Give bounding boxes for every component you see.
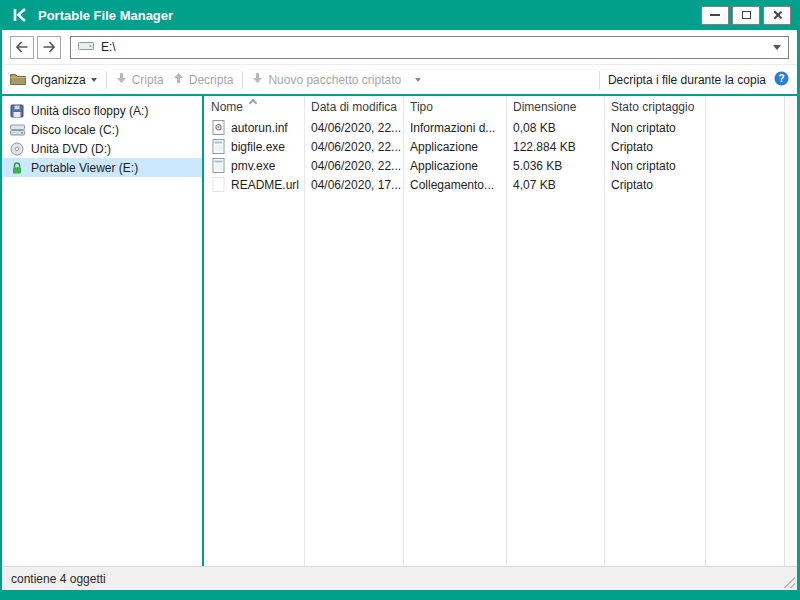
file-size: 122.884 KB (506, 140, 604, 154)
info-icon[interactable]: ? (774, 71, 789, 89)
window: Portable File Manager E:\ (0, 0, 800, 600)
column-header-size[interactable]: Dimensione (506, 100, 604, 114)
file-name-cell: bigfile.exe (204, 139, 304, 154)
file-row[interactable]: bigfile.exe 04/06/2020, 22... Applicazio… (204, 137, 797, 156)
file-type: Informazioni d... (403, 121, 506, 135)
close-icon (772, 10, 782, 20)
file-row[interactable]: autorun.inf 04/06/2020, 22... Informazio… (204, 118, 797, 137)
sidebar: Unità disco floppy (A:) Disco locale (C:… (2, 96, 202, 566)
minimize-icon (710, 14, 720, 16)
file-size: 4,07 KB (506, 178, 604, 192)
floppy-icon (9, 104, 25, 118)
file-modified: 04/06/2020, 22... (304, 121, 403, 135)
address-dropdown-chevron-icon[interactable] (773, 45, 781, 54)
decrypt-button[interactable]: Decripta (173, 72, 234, 87)
maximize-button[interactable] (732, 6, 760, 25)
vertical-scrollbar[interactable] (784, 96, 797, 566)
toolbar-separator (106, 71, 107, 89)
file-encryption-status: Criptato (604, 178, 705, 192)
status-text: contiene 4 oggetti (11, 572, 106, 586)
file-name-cell: pmv.exe (204, 158, 304, 173)
file-modified: 04/06/2020, 22... (304, 140, 403, 154)
status-bar: contiene 4 oggetti (2, 566, 797, 590)
back-button[interactable] (10, 36, 34, 59)
ini-file-icon (211, 120, 226, 135)
decrypt-on-copy-label: Decripta i file durante la copia (608, 73, 766, 87)
sidebar-item-dvd-d[interactable]: Unità DVD (D:) (2, 139, 202, 158)
column-divider (403, 96, 404, 566)
file-name: pmv.exe (231, 159, 275, 173)
toolbar: Organizza Cripta Decripta (2, 64, 797, 94)
folder-icon (10, 72, 26, 88)
sidebar-item-floppy-a[interactable]: Unità disco floppy (A:) (2, 101, 202, 120)
dvd-icon (9, 142, 25, 156)
navigation-bar: E:\ (2, 30, 797, 64)
sidebar-item-label: Portable Viewer (E:) (31, 161, 138, 175)
file-encryption-status: Non criptato (604, 159, 705, 173)
url-file-icon (211, 177, 226, 192)
exe-file-icon (211, 158, 226, 173)
forward-button[interactable] (37, 36, 61, 59)
file-name: autorun.inf (231, 121, 288, 135)
toolbar-separator (242, 71, 243, 89)
toolbar-right-group: Decripta i file durante la copia ? (599, 71, 789, 89)
package-arrow-down-icon (252, 72, 263, 87)
decrypt-arrow-up-icon (173, 72, 184, 87)
toolbar-separator (599, 71, 600, 89)
address-text: E:\ (101, 40, 766, 54)
drive-icon (78, 40, 94, 55)
chevron-down-icon (415, 78, 421, 85)
file-modified: 04/06/2020, 22... (304, 159, 403, 173)
minimize-button[interactable] (701, 6, 729, 25)
sidebar-item-portable-viewer-e[interactable]: Portable Viewer (E:) (2, 158, 202, 177)
column-divider (304, 96, 305, 566)
hard-disk-icon (9, 124, 25, 136)
column-divider (506, 96, 507, 566)
column-header-modified[interactable]: Data di modifica (304, 100, 403, 114)
file-encryption-status: Non criptato (604, 121, 705, 135)
chevron-down-icon (91, 78, 97, 85)
organize-label: Organizza (31, 73, 86, 87)
forward-arrow-icon (42, 41, 56, 53)
encrypt-button[interactable]: Cripta (116, 72, 164, 87)
sidebar-item-label: Unità disco floppy (A:) (31, 104, 148, 118)
content-area: Unità disco floppy (A:) Disco locale (C:… (2, 96, 797, 566)
column-divider (604, 96, 605, 566)
file-type: Applicazione (403, 159, 506, 173)
organize-button[interactable]: Organizza (10, 72, 97, 88)
sidebar-item-label: Disco locale (C:) (31, 123, 119, 137)
column-header-encryption-status[interactable]: Stato criptaggio (604, 100, 705, 114)
column-divider (705, 96, 706, 566)
app-logo-icon (10, 5, 30, 25)
file-name-cell: README.url (204, 177, 304, 192)
file-row[interactable]: pmv.exe 04/06/2020, 22... Applicazione 5… (204, 156, 797, 175)
column-header-row: Nome Data di modifica Tipo Dimensione St… (204, 96, 797, 118)
file-modified: 04/06/2020, 17... (304, 178, 403, 192)
sidebar-item-local-disk-c[interactable]: Disco locale (C:) (2, 120, 202, 139)
file-list: Nome Data di modifica Tipo Dimensione St… (204, 96, 797, 566)
back-arrow-icon (15, 41, 29, 53)
file-name: README.url (231, 178, 299, 192)
column-header-type[interactable]: Tipo (403, 100, 506, 114)
decrypt-label: Decripta (189, 73, 234, 87)
encrypt-arrow-down-icon (116, 72, 127, 87)
lock-icon (9, 161, 25, 175)
exe-file-icon (211, 139, 226, 154)
file-type: Applicazione (403, 140, 506, 154)
file-type: Collegamento... (403, 178, 506, 192)
file-row[interactable]: README.url 04/06/2020, 17... Collegament… (204, 175, 797, 194)
new-encrypted-package-button[interactable]: Nuovo pacchetto criptato (252, 72, 421, 87)
file-encryption-status: Criptato (604, 140, 705, 154)
file-size: 0,08 KB (506, 121, 604, 135)
file-size: 5.036 KB (506, 159, 604, 173)
sidebar-item-label: Unità DVD (D:) (31, 142, 111, 156)
window-controls (701, 6, 791, 25)
close-button[interactable] (763, 6, 791, 25)
new-encrypted-package-label: Nuovo pacchetto criptato (268, 73, 401, 87)
window-title: Portable File Manager (38, 8, 173, 23)
titlebar: Portable File Manager (2, 0, 797, 30)
resize-grip[interactable] (781, 574, 795, 588)
encrypt-label: Cripta (132, 73, 164, 87)
file-name: bigfile.exe (231, 140, 285, 154)
address-bar[interactable]: E:\ (70, 36, 789, 59)
